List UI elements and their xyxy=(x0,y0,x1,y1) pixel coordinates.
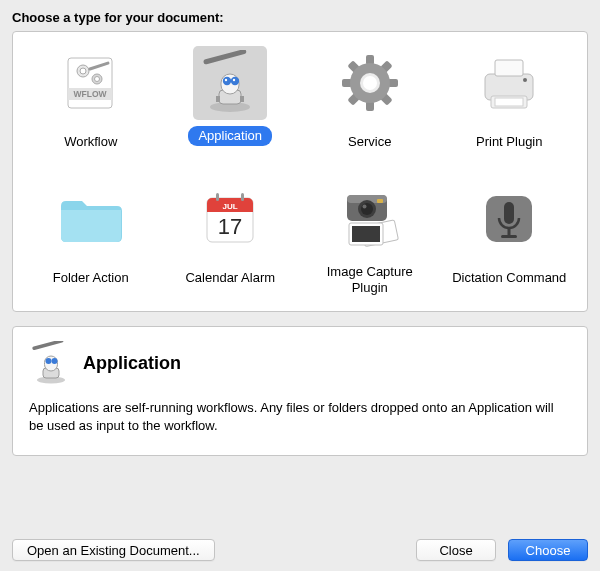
choose-button[interactable]: Choose xyxy=(508,539,588,561)
svg-rect-16 xyxy=(216,96,220,102)
svg-rect-51 xyxy=(504,202,514,224)
type-item-folder-action[interactable]: Folder Action xyxy=(21,182,161,297)
description-panel: Application Applications are self-runnin… xyxy=(12,326,588,456)
svg-text:17: 17 xyxy=(218,214,242,239)
type-item-dictation-command[interactable]: Dictation Command xyxy=(440,182,580,297)
open-existing-button[interactable]: Open an Existing Document... xyxy=(12,539,215,561)
description-title: Application xyxy=(83,353,181,374)
svg-point-12 xyxy=(231,77,239,85)
type-item-image-capture-plugin[interactable]: Image Capture Plugin xyxy=(300,182,440,297)
type-label-calendar-alarm: Calendar Alarm xyxy=(175,262,285,294)
svg-point-33 xyxy=(523,78,527,82)
svg-text:JUL: JUL xyxy=(223,202,238,211)
svg-point-48 xyxy=(362,205,366,209)
svg-point-13 xyxy=(225,79,227,81)
close-button[interactable]: Close xyxy=(416,539,496,561)
description-text: Applications are self-running workflows.… xyxy=(29,399,571,434)
type-label-workflow: Workflow xyxy=(54,126,127,158)
type-label-folder-action: Folder Action xyxy=(43,262,139,294)
dialog-title: Choose a type for your document: xyxy=(12,10,588,25)
svg-point-57 xyxy=(46,358,52,364)
button-bar: Open an Existing Document... Close Choos… xyxy=(12,525,588,561)
printer-icon xyxy=(472,46,546,120)
svg-point-14 xyxy=(233,79,235,81)
type-label-dictation-command: Dictation Command xyxy=(442,262,576,294)
svg-rect-40 xyxy=(241,193,244,201)
microphone-icon xyxy=(472,182,546,256)
svg-rect-59 xyxy=(32,341,64,350)
svg-rect-30 xyxy=(495,60,523,76)
svg-rect-32 xyxy=(495,98,523,106)
folder-icon xyxy=(54,182,128,256)
svg-point-28 xyxy=(363,76,377,90)
type-item-print-plugin[interactable]: Print Plugin xyxy=(440,46,580,158)
type-item-calendar-alarm[interactable]: JUL 17 Calendar Alarm xyxy=(161,182,301,297)
type-label-print-plugin: Print Plugin xyxy=(466,126,552,158)
type-item-application[interactable]: Application xyxy=(161,46,301,158)
type-chooser-panel: WFLOW Workflow xyxy=(12,31,588,312)
automator-robot-icon xyxy=(193,46,267,120)
automator-robot-icon xyxy=(29,341,73,385)
svg-rect-52 xyxy=(508,228,511,236)
calendar-icon: JUL 17 xyxy=(193,182,267,256)
svg-point-7 xyxy=(94,77,99,82)
type-label-image-capture-plugin: Image Capture Plugin xyxy=(300,262,440,297)
svg-rect-15 xyxy=(203,50,247,65)
camera-icon xyxy=(333,182,407,256)
type-item-workflow[interactable]: WFLOW Workflow xyxy=(21,46,161,158)
svg-rect-49 xyxy=(377,199,383,203)
gear-icon xyxy=(333,46,407,120)
svg-point-47 xyxy=(361,203,373,215)
workflow-icon: WFLOW xyxy=(54,46,128,120)
type-label-application: Application xyxy=(188,126,272,146)
svg-point-4 xyxy=(80,68,86,74)
svg-rect-39 xyxy=(216,193,219,201)
type-item-service[interactable]: Service xyxy=(300,46,440,158)
svg-point-58 xyxy=(52,358,58,364)
type-label-service: Service xyxy=(338,126,401,158)
svg-text:WFLOW: WFLOW xyxy=(73,89,107,99)
svg-rect-17 xyxy=(240,96,244,102)
svg-rect-53 xyxy=(501,235,517,238)
svg-rect-43 xyxy=(352,226,380,242)
svg-point-11 xyxy=(223,77,231,85)
